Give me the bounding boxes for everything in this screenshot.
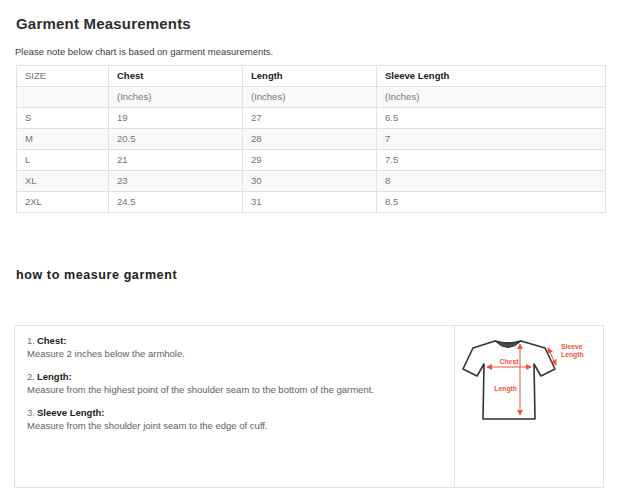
measure-instructions-box: 1.Chest: Measure 2 inches below the armh… (14, 325, 604, 488)
garment-measurements-page: Garment Measurements Please note below c… (0, 15, 625, 500)
units-cell: (Inches) (377, 87, 606, 108)
diagram-panel: Chest Length Sleeve Length (455, 326, 603, 487)
chest-label: Chest (500, 358, 520, 365)
instruction-title: Sleeve Length: (37, 407, 105, 418)
sleeve-cell: 7.5 (377, 150, 606, 171)
instruction-item-sleeve-length: 3.Sleeve Length: Measure from the should… (27, 406, 442, 432)
column-header-sleeve-length: Sleeve Length (377, 66, 606, 87)
size-cell: XL (17, 171, 109, 192)
instruction-number: 2. (27, 371, 35, 382)
instruction-text: Measure from the highest point of the sh… (27, 383, 442, 396)
table-units-row: (Inches) (Inches) (Inches) (17, 87, 606, 108)
instruction-number: 1. (27, 335, 35, 346)
chest-cell: 21 (109, 150, 243, 171)
length-cell: 28 (243, 129, 377, 150)
chest-cell: 23 (109, 171, 243, 192)
instruction-title: Length: (37, 371, 72, 382)
instruction-item-length: 2.Length: Measure from the highest point… (27, 370, 442, 396)
sleeve-length-label-line2: Length (561, 351, 584, 359)
section-title-how-to-measure: how to measure garment (16, 268, 625, 282)
units-cell: (Inches) (109, 87, 243, 108)
tshirt-outline (463, 341, 555, 419)
sleeve-cell: 7 (377, 129, 606, 150)
table-row-2xl: 2XL 24.5 31 8.5 (17, 192, 606, 213)
table-row-xl: XL 23 30 8 (17, 171, 606, 192)
size-cell: L (17, 150, 109, 171)
length-cell: 31 (243, 192, 377, 213)
size-cell: 2XL (17, 192, 109, 213)
column-header-length: Length (243, 66, 377, 87)
chest-cell: 20.5 (109, 129, 243, 150)
instructions-panel: 1.Chest: Measure 2 inches below the armh… (15, 326, 455, 487)
page-title: Garment Measurements (16, 15, 625, 32)
sleeve-cell: 8 (377, 171, 606, 192)
instruction-number: 3. (27, 407, 35, 418)
units-cell (17, 87, 109, 108)
table-row-s: S 19 27 6.5 (17, 108, 606, 129)
column-header-size: SIZE (17, 66, 109, 87)
table-row-m: M 20.5 28 7 (17, 129, 606, 150)
sleeve-length-label-line1: Sleeve (561, 343, 583, 350)
chest-cell: 19 (109, 108, 243, 129)
table-header-row: SIZE Chest Length Sleeve Length (17, 66, 606, 87)
instruction-title: Chest: (37, 335, 67, 346)
chart-note: Please note below chart is based on garm… (15, 46, 625, 57)
length-label: Length (494, 385, 517, 393)
tshirt-measurement-diagram: Chest Length Sleeve Length (457, 331, 603, 435)
sleeve-cell: 8.5 (377, 192, 606, 213)
length-cell: 30 (243, 171, 377, 192)
sleeve-cell: 6.5 (377, 108, 606, 129)
instruction-item-chest: 1.Chest: Measure 2 inches below the armh… (27, 334, 442, 360)
instruction-text: Measure 2 inches below the armhole. (27, 347, 442, 360)
chest-cell: 24.5 (109, 192, 243, 213)
instruction-text: Measure from the shoulder joint seam to … (27, 419, 442, 432)
column-header-chest: Chest (109, 66, 243, 87)
table-row-l: L 21 29 7.5 (17, 150, 606, 171)
size-cell: S (17, 108, 109, 129)
length-cell: 27 (243, 108, 377, 129)
units-cell: (Inches) (243, 87, 377, 108)
length-cell: 29 (243, 150, 377, 171)
size-chart-table: SIZE Chest Length Sleeve Length (Inches)… (16, 65, 606, 213)
size-cell: M (17, 129, 109, 150)
